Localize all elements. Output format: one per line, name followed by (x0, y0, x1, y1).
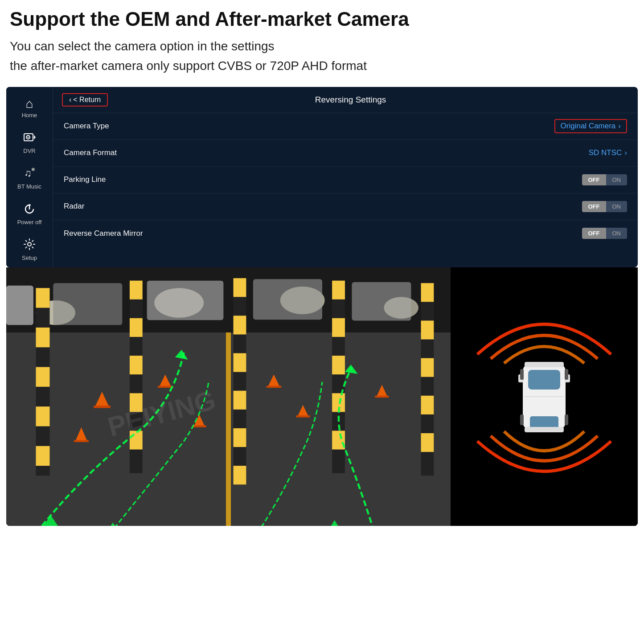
svg-rect-40 (332, 431, 345, 449)
sidebar-item-power-off[interactable]: Power off (6, 196, 53, 232)
svg-rect-18 (36, 328, 49, 347)
camera-type-value[interactable]: Original Camera › (554, 119, 627, 133)
settings-row-parking-line: Parking Line OFF ON (53, 167, 638, 193)
page-title: Reversing Settings (72, 95, 629, 105)
radar-view (451, 267, 638, 526)
subtitle-line1: You can select the camera option in the … (10, 37, 634, 56)
svg-rect-77 (525, 362, 564, 367)
svg-rect-76 (530, 416, 558, 429)
svg-rect-33 (234, 428, 246, 447)
bt-music-icon: ♫ ✱ (23, 167, 36, 181)
camera-type-label: Camera Type (64, 122, 554, 131)
sidebar-label-dvr: DVR (23, 148, 35, 154)
settings-row-camera-format[interactable]: Camera Format SD NTSC › (53, 140, 638, 167)
svg-rect-36 (332, 280, 345, 299)
setup-icon (23, 238, 36, 253)
svg-point-3 (28, 136, 29, 138)
home-icon: ⌂ (26, 98, 33, 110)
svg-text:✱: ✱ (31, 167, 35, 172)
svg-rect-25 (130, 356, 143, 374)
parking-line-off[interactable]: OFF (582, 174, 606, 185)
svg-rect-46 (421, 433, 434, 452)
svg-rect-47 (226, 332, 231, 526)
camera-type-text: Original Camera (561, 122, 616, 131)
sidebar-item-setup[interactable]: Setup (6, 232, 53, 267)
parking-line-toggle[interactable]: OFF ON (582, 174, 628, 185)
settings-row-camera-type[interactable]: Camera Type Original Camera › (53, 113, 638, 140)
svg-rect-51 (74, 440, 89, 442)
svg-rect-59 (296, 415, 310, 417)
chevron-left-icon: ‹ (69, 96, 71, 104)
svg-rect-44 (421, 358, 434, 377)
svg-rect-63 (53, 283, 122, 325)
header-section: Support the OEM and After-market Camera … (0, 0, 644, 81)
svg-text:♫: ♫ (24, 168, 32, 179)
settings-row-reverse-mirror: Reverse Camera Mirror OFF ON (53, 220, 638, 247)
svg-rect-38 (332, 356, 345, 374)
svg-rect-65 (253, 279, 322, 320)
svg-rect-20 (36, 406, 49, 426)
reverse-mirror-label: Reverse Camera Mirror (64, 229, 582, 238)
radar-on[interactable]: ON (606, 201, 628, 212)
svg-rect-85 (565, 414, 568, 425)
svg-rect-43 (421, 320, 434, 339)
svg-rect-37 (332, 318, 345, 336)
svg-rect-23 (130, 280, 143, 299)
svg-rect-19 (36, 367, 49, 386)
sidebar-item-dvr[interactable]: DVR (6, 125, 53, 160)
reverse-mirror-off[interactable]: OFF (582, 228, 606, 239)
radar-toggle[interactable]: OFF ON (582, 201, 628, 212)
parking-line-label: Parking Line (64, 175, 582, 184)
settings-rows: Camera Type Original Camera › Camera For… (53, 113, 638, 267)
svg-rect-49 (94, 406, 111, 408)
main-content: ‹ < Return Reversing Settings Camera Typ… (53, 87, 638, 267)
svg-rect-66 (352, 282, 411, 320)
camera-format-text: SD NTSC (589, 148, 622, 157)
camera-section: PEIYING (6, 267, 638, 526)
svg-rect-42 (421, 283, 434, 302)
svg-rect-78 (525, 427, 564, 432)
svg-point-8 (28, 242, 31, 246)
top-bar: ‹ < Return Reversing Settings (53, 87, 638, 113)
main-title: Support the OEM and After-market Camera (10, 8, 634, 31)
svg-rect-75 (528, 370, 560, 390)
power-off-icon (23, 202, 36, 217)
svg-rect-61 (375, 395, 389, 397)
reverse-mirror-toggle[interactable]: OFF ON (582, 228, 628, 239)
svg-rect-29 (234, 278, 246, 297)
parking-view: PEIYING (6, 267, 451, 526)
radar-svg (451, 267, 638, 526)
svg-rect-64 (147, 280, 224, 320)
parking-line-on[interactable]: ON (606, 174, 628, 185)
svg-rect-53 (158, 386, 172, 387)
subtitle-line2: the after-market camera only support CVB… (10, 57, 634, 75)
svg-rect-84 (520, 414, 524, 425)
chevron-right-camera-type: › (618, 122, 621, 131)
camera-format-label: Camera Format (64, 148, 589, 157)
svg-rect-45 (421, 395, 434, 414)
radar-off[interactable]: OFF (582, 201, 606, 212)
sidebar: ⌂ Home DVR ♫ ✱ BT Music (6, 87, 53, 267)
svg-rect-83 (565, 369, 568, 380)
sidebar-item-home[interactable]: ⌂ Home (6, 91, 53, 125)
svg-rect-82 (520, 369, 524, 380)
svg-rect-62 (6, 285, 33, 325)
svg-rect-17 (36, 288, 49, 308)
svg-marker-1 (34, 135, 36, 139)
sidebar-label-home: Home (22, 112, 37, 119)
settings-panel: ⌂ Home DVR ♫ ✱ BT Music (6, 87, 638, 267)
svg-rect-32 (234, 390, 246, 409)
parking-lot-svg: PEIYING (6, 267, 451, 526)
sidebar-label-power-off: Power off (17, 219, 42, 226)
sidebar-label-setup: Setup (22, 254, 37, 261)
svg-rect-24 (130, 318, 143, 336)
sidebar-item-bt-music[interactable]: ♫ ✱ BT Music (6, 160, 53, 196)
settings-row-radar: Radar OFF ON (53, 193, 638, 220)
camera-format-value[interactable]: SD NTSC › (589, 148, 627, 157)
svg-rect-31 (234, 353, 246, 372)
chevron-right-camera-format: › (624, 148, 627, 157)
svg-rect-30 (234, 316, 246, 334)
radar-label: Radar (64, 202, 582, 211)
reverse-mirror-on[interactable]: ON (606, 228, 628, 239)
svg-rect-21 (36, 446, 49, 465)
